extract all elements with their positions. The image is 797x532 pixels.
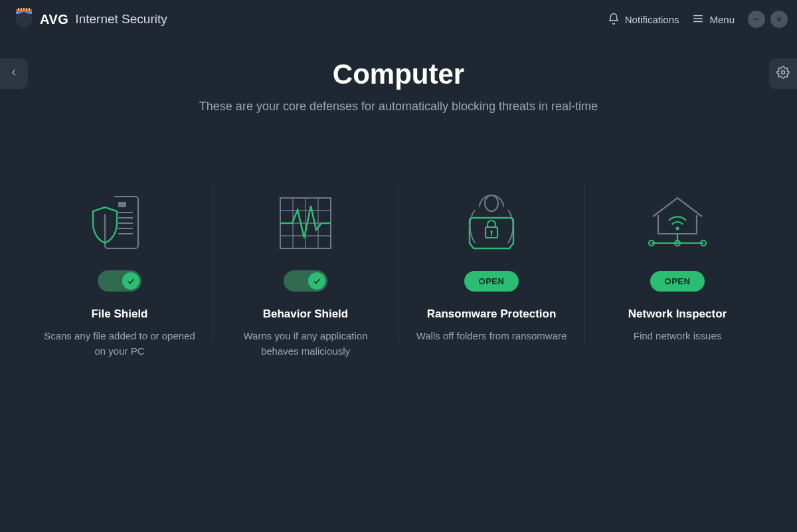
card-title: File Shield	[40, 308, 199, 321]
card-ransomware-protection: OPEN Ransomware Protection Walls off fol…	[398, 187, 584, 359]
network-inspector-open-button[interactable]: OPEN	[650, 271, 705, 292]
check-icon	[308, 272, 325, 290]
ransomware-open-button[interactable]: OPEN	[464, 271, 519, 292]
svg-rect-6	[29, 8, 30, 11]
card-description: Walls off folders from ransomware	[412, 329, 571, 344]
minimize-button[interactable]	[748, 11, 765, 28]
title-area: Computer These are your core defenses fo…	[0, 58, 797, 114]
product-name: Internet Security	[75, 12, 167, 27]
chevron-left-icon	[9, 66, 19, 81]
svg-rect-5	[26, 8, 27, 11]
ransomware-icon	[412, 187, 571, 260]
svg-point-31	[676, 227, 679, 230]
card-title: Ransomware Protection	[412, 308, 571, 321]
card-description: Scans any file added to or opened on you…	[40, 329, 199, 359]
back-button[interactable]	[0, 58, 28, 89]
svg-rect-4	[23, 8, 25, 11]
file-shield-icon	[40, 187, 199, 260]
window-controls	[748, 11, 788, 28]
hamburger-icon	[692, 13, 704, 27]
notifications-button[interactable]: Notifications	[601, 9, 686, 31]
avg-logo-icon	[15, 8, 33, 31]
svg-rect-2	[18, 8, 19, 11]
notifications-label: Notifications	[625, 14, 679, 25]
page-title: Computer	[0, 58, 797, 90]
behavior-shield-toggle[interactable]	[284, 270, 327, 292]
card-description: Warns you if any application behaves mal…	[226, 329, 385, 359]
svg-rect-14	[118, 202, 126, 207]
card-behavior-shield: Behavior Shield Warns you if any applica…	[213, 187, 398, 359]
brand-block: AVG Internet Security	[15, 8, 167, 31]
card-network-inspector: OPEN Network Inspector Find network issu…	[584, 187, 770, 359]
feature-cards: File Shield Scans any file added to or o…	[0, 187, 797, 359]
file-shield-toggle[interactable]	[98, 270, 141, 292]
close-button[interactable]	[770, 11, 788, 28]
behavior-shield-icon	[226, 187, 385, 260]
card-description: Find network issues	[598, 329, 757, 344]
svg-point-13	[782, 71, 785, 74]
app-header: AVG Internet Security Notifications Menu	[0, 0, 797, 39]
settings-button[interactable]	[769, 58, 797, 89]
page-subtitle: These are your core defenses for automat…	[0, 100, 797, 114]
svg-rect-3	[21, 8, 22, 11]
bell-icon	[608, 13, 620, 27]
network-inspector-icon	[598, 187, 757, 260]
card-file-shield: File Shield Scans any file added to or o…	[27, 187, 213, 359]
brand-text: AVG	[40, 12, 68, 27]
card-title: Network Inspector	[598, 308, 757, 321]
svg-point-27	[485, 195, 498, 211]
menu-label: Menu	[709, 14, 735, 25]
menu-button[interactable]: Menu	[685, 9, 741, 31]
gear-icon	[776, 66, 790, 82]
card-title: Behavior Shield	[226, 308, 385, 321]
check-icon	[122, 272, 139, 290]
